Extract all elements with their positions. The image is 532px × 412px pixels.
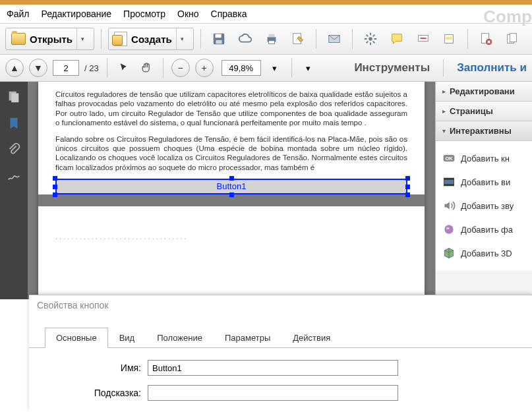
- chevron-down-icon: ▾: [442, 127, 446, 134]
- video-icon: [442, 175, 456, 189]
- stamp-icon[interactable]: [412, 28, 434, 50]
- zoom-input[interactable]: [222, 60, 261, 76]
- tab-params[interactable]: Параметры: [214, 328, 281, 348]
- highlight-icon[interactable]: [438, 28, 461, 50]
- page-number-input[interactable]: [53, 60, 79, 76]
- zoom-out-button[interactable]: −: [171, 59, 190, 77]
- nav-toolbar: ▲ ▼ / 23 − + ▾ ▾ Инструменты Заполнить и: [0, 55, 532, 82]
- tab-view[interactable]: Вид: [108, 328, 146, 348]
- hint-label: Подсказка:: [69, 388, 141, 398]
- page-down-button[interactable]: ▼: [29, 59, 47, 77]
- page-up-button[interactable]: ▲: [5, 59, 24, 77]
- svg-rect-21: [444, 178, 454, 180]
- menu-view[interactable]: Просмотр: [123, 9, 165, 19]
- svg-rect-4: [268, 34, 274, 38]
- svg-rect-5: [268, 41, 274, 44]
- panel-pages[interactable]: ▸Страницы: [436, 102, 532, 121]
- svg-point-8: [369, 37, 372, 41]
- page-total: / 23: [84, 63, 99, 73]
- create-pdf-icon: [114, 32, 127, 46]
- menu-window[interactable]: Окно: [177, 9, 199, 19]
- add-video-tool[interactable]: Добавить ви: [440, 170, 528, 194]
- name-label: Имя:: [69, 363, 141, 373]
- svg-rect-17: [11, 94, 18, 103]
- open-button[interactable]: Открыть ▾: [5, 28, 94, 50]
- add-3d-tool[interactable]: Добавить 3D: [440, 241, 528, 265]
- attachment-icon[interactable]: [7, 142, 21, 157]
- document-viewport[interactable]: Circuitos reguladores de tensão que util…: [28, 82, 435, 299]
- resize-handle[interactable]: [53, 176, 57, 181]
- menubar: Файл Редактирование Просмотр Окно Справк…: [0, 5, 532, 23]
- tab-position[interactable]: Положение: [146, 328, 214, 348]
- form-button-field[interactable]: Button1: [55, 179, 407, 194]
- svg-text:OK: OK: [445, 156, 453, 162]
- ok-button-icon: OK: [442, 152, 456, 165]
- doc-paragraph: Falando sobre os Circuitos Reguladores d…: [55, 134, 407, 173]
- edit-icon[interactable]: [287, 28, 309, 50]
- resize-handle[interactable]: [405, 185, 410, 189]
- chevron-right-icon: ▸: [442, 88, 446, 95]
- resize-handle[interactable]: [405, 192, 410, 197]
- pages-icon[interactable]: [501, 28, 523, 50]
- create-label: Создать: [131, 34, 172, 45]
- left-nav-rail: [0, 82, 28, 299]
- zoom-dropdown[interactable]: ▾: [266, 59, 283, 76]
- next-page-preview: . . . . . . . . . . . . . . . . . . . . …: [55, 206, 407, 242]
- cloud-icon[interactable]: [234, 28, 256, 50]
- button-properties-panel: Свойства кнопок Основные Вид Положение П…: [29, 295, 532, 412]
- watermark-text: Comp: [483, 7, 532, 27]
- svg-point-24: [446, 227, 450, 229]
- thumbnails-icon[interactable]: [7, 90, 21, 104]
- menu-file[interactable]: Файл: [7, 9, 29, 19]
- zoom-in-button[interactable]: +: [195, 59, 214, 77]
- props-title: Свойства кнопок: [29, 295, 532, 315]
- signature-icon[interactable]: [7, 169, 21, 183]
- bookmark-icon[interactable]: [7, 116, 21, 131]
- mail-icon[interactable]: [323, 28, 345, 50]
- panel-editing[interactable]: ▸Редактировани: [436, 82, 532, 102]
- svg-point-23: [444, 225, 453, 233]
- resize-handle[interactable]: [229, 176, 234, 181]
- menu-edit[interactable]: Редактирование: [41, 9, 111, 19]
- add-audio-tool[interactable]: Добавить зву: [440, 194, 528, 218]
- fill-sign-toggle[interactable]: Заполнить и: [457, 61, 527, 74]
- open-label: Открыть: [30, 34, 73, 45]
- pdf-page: Circuitos reguladores de tensão que util…: [38, 82, 425, 299]
- print-icon[interactable]: [260, 28, 283, 50]
- chevron-down-icon[interactable]: ▾: [76, 28, 88, 49]
- svg-rect-1: [215, 34, 221, 38]
- chevron-down-icon[interactable]: ▾: [176, 28, 188, 49]
- menu-help[interactable]: Справка: [211, 9, 247, 19]
- comment-icon[interactable]: [386, 28, 408, 50]
- folder-open-icon: [11, 33, 26, 45]
- panel-interactive[interactable]: ▾Интерактивны: [436, 121, 532, 141]
- create-button[interactable]: Создать ▾: [108, 28, 194, 50]
- name-input[interactable]: [148, 360, 398, 376]
- resize-handle[interactable]: [405, 176, 410, 181]
- tools-side-panel: ▸Редактировани ▸Страницы ▾Интерактивны O…: [435, 82, 532, 299]
- resize-handle[interactable]: [53, 192, 57, 197]
- svg-rect-2: [216, 40, 222, 44]
- form-button-label: Button1: [217, 181, 247, 192]
- save-icon[interactable]: [208, 28, 230, 50]
- doc-paragraph: Circuitos reguladores de tensão que util…: [55, 90, 407, 128]
- select-tool-icon[interactable]: [115, 59, 133, 76]
- hand-tool-icon[interactable]: [138, 59, 155, 76]
- delete-page-icon[interactable]: [475, 28, 497, 50]
- resize-handle[interactable]: [229, 192, 234, 197]
- speaker-icon: [442, 199, 456, 212]
- tab-main[interactable]: Основные: [45, 328, 108, 348]
- svg-rect-15: [510, 34, 516, 42]
- add-button-tool[interactable]: OK Добавить кн: [440, 146, 528, 170]
- resize-handle[interactable]: [53, 185, 57, 189]
- tab-actions[interactable]: Действия: [281, 328, 341, 348]
- chevron-right-icon: ▸: [442, 107, 446, 115]
- sphere-icon: [442, 223, 456, 236]
- tools-panel-toggle[interactable]: Инструменты: [354, 61, 430, 74]
- add-file-tool[interactable]: Добавить фа: [440, 218, 528, 241]
- gear-icon[interactable]: [359, 28, 382, 50]
- cube-icon: [442, 247, 456, 260]
- hint-input[interactable]: [148, 385, 398, 401]
- more-tools-dropdown[interactable]: ▾: [300, 59, 317, 76]
- svg-rect-11: [446, 37, 452, 40]
